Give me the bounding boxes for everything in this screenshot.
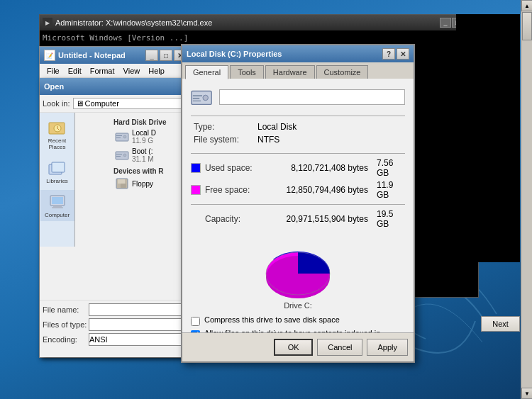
capacity-row: Capacity: 20,971,515,904 bytes 19.5 GB	[191, 209, 405, 229]
filename-input[interactable]	[89, 303, 188, 316]
properties-dialog: Local Disk (C:) Properties ? ✕ General T…	[181, 44, 415, 363]
right-scrollbar[interactable]: ▲ ▼	[521, 0, 532, 399]
free-space-bytes: 12,850,794,496 bytes	[259, 185, 372, 195]
filesystem-value: NTFS	[255, 133, 405, 146]
filename-label: File name:	[43, 305, 89, 314]
svg-rect-10	[116, 135, 122, 136]
notepad-minimize-btn[interactable]: _	[145, 50, 158, 61]
tab-customize[interactable]: Customize	[316, 65, 369, 79]
compress-label: Compress this drive to save disk space	[204, 315, 340, 324]
nav-computer-label: Computer	[45, 212, 70, 218]
used-space-row: Used space: 8,120,721,408 bytes 7.56 GB	[191, 158, 405, 178]
props-info-table: Type: Local Disk File system: NTFS	[191, 120, 405, 146]
pie-chart	[259, 235, 337, 298]
tab-hardware[interactable]: Hardware	[265, 65, 315, 79]
apply-button[interactable]: Apply	[367, 339, 408, 356]
tab-tools[interactable]: Tools	[230, 65, 264, 79]
next-button[interactable]: Next	[481, 316, 520, 332]
compress-checkbox[interactable]	[191, 317, 200, 326]
black-panel	[456, 14, 520, 262]
scroll-down-btn[interactable]: ▼	[521, 388, 532, 399]
open-dialog-footer: File name: Files of type: Encoding:	[40, 300, 191, 351]
props-tabs: General Tools Hardware Customize	[182, 62, 414, 79]
used-space-gb: 7.56 GB	[377, 158, 405, 178]
svg-rect-21	[193, 95, 202, 96]
floppy-icon	[115, 178, 129, 189]
filestype-label: Files of type:	[43, 320, 89, 329]
drive-icon-large	[191, 87, 214, 107]
local-disk-c-item[interactable]: Local D11.9 G	[113, 128, 188, 146]
pie-label: Drive C:	[284, 301, 312, 310]
nav-recent-places[interactable]: Recent Places	[40, 116, 74, 153]
scroll-up-btn[interactable]: ▲	[521, 0, 532, 11]
nav-computer[interactable]: Computer	[40, 190, 74, 221]
scroll-thumb[interactable]	[522, 12, 532, 40]
open-dialog-titlebar: Open	[40, 78, 191, 95]
drive-name-input[interactable]	[219, 89, 405, 105]
divider-1	[191, 116, 405, 116]
svg-rect-14	[116, 154, 122, 154]
svg-rect-15	[116, 156, 121, 157]
notepad-menu-help[interactable]: Help	[144, 64, 169, 77]
svg-point-20	[203, 95, 209, 101]
filename-row: File name:	[43, 303, 188, 316]
svg-rect-3	[52, 162, 65, 172]
props-help-btn[interactable]: ?	[382, 48, 395, 60]
props-titlebar: Local Disk (C:) Properties ? ✕	[182, 45, 414, 62]
libraries-icon	[47, 159, 68, 176]
used-space-label: Used space:	[205, 163, 255, 173]
free-color-indicator	[191, 185, 201, 195]
ok-button[interactable]: OK	[274, 339, 313, 356]
svg-rect-6	[53, 206, 62, 207]
notepad-menu-format[interactable]: Format	[86, 64, 119, 77]
svg-point-13	[123, 154, 126, 157]
svg-rect-23	[193, 101, 201, 101]
cmd-title: Administrator: X:\windows\system32\cmd.e…	[55, 18, 212, 27]
cmd-minimize-btn[interactable]: _	[440, 18, 451, 28]
svg-rect-11	[116, 137, 121, 138]
nav-libraries[interactable]: Libraries	[40, 156, 74, 187]
nav-libraries-label: Libraries	[46, 178, 68, 184]
boot-disk-item[interactable]: Boot (:31.1 M	[113, 146, 188, 164]
look-in-dropdown[interactable]: 🖥 Computer	[73, 98, 188, 109]
cmd-icon: ▶	[43, 18, 52, 28]
svg-rect-17	[118, 179, 125, 184]
capacity-bytes: 20,971,515,904 bytes	[259, 214, 372, 224]
hdd-icon-c	[115, 131, 129, 142]
free-space-gb: 11.9 GB	[377, 180, 405, 200]
type-label: Type:	[191, 120, 255, 133]
boot-disk-name: Boot (:	[132, 147, 154, 155]
divider-3	[191, 204, 405, 205]
notepad-menu-edit[interactable]: Edit	[64, 64, 86, 77]
capacity-gb: 19.5 GB	[377, 209, 405, 229]
filestype-input[interactable]	[89, 318, 188, 331]
props-close-btn[interactable]: ✕	[397, 48, 409, 60]
cancel-button[interactable]: Cancel	[317, 339, 362, 356]
svg-rect-12	[116, 152, 128, 159]
encoding-row: Encoding:	[43, 333, 188, 346]
floppy-item[interactable]: Floppy	[113, 176, 188, 191]
nav-recent-label: Recent Places	[43, 137, 72, 150]
drive-header	[191, 87, 405, 107]
svg-rect-7	[52, 207, 63, 208]
props-title: Local Disk (C:) Properties	[187, 50, 282, 58]
svg-rect-8	[116, 133, 128, 141]
props-controls[interactable]: ? ✕	[382, 48, 409, 60]
tab-general[interactable]: General	[185, 65, 228, 79]
notepad-maximize-btn[interactable]: □	[160, 50, 172, 61]
open-dialog-title-text: Open	[44, 82, 64, 91]
free-space-label: Free space:	[205, 185, 255, 195]
look-in-value: Computer	[85, 99, 119, 108]
encoding-input[interactable]	[89, 333, 188, 346]
props-footer: OK Cancel Apply	[182, 332, 414, 361]
notepad-window: 📝 Untitled - Notepad _ □ ✕ File Edit For…	[39, 46, 192, 358]
tab-content-general: Type: Local Disk File system: NTFS Used …	[182, 79, 414, 357]
notepad-menu-view[interactable]: View	[119, 64, 145, 77]
floppy-name: Floppy	[132, 180, 153, 188]
open-dialog: Open Look in: 🖥 Computer Recent Places	[40, 78, 191, 357]
open-dialog-body: Recent Places Libraries Computer Har	[40, 113, 191, 300]
notepad-menu-file[interactable]: File	[43, 64, 64, 77]
encoding-label: Encoding:	[43, 335, 89, 344]
notepad-menubar: File Edit Format View Help	[40, 64, 191, 78]
free-space-row: Free space: 12,850,794,496 bytes 11.9 GB	[191, 180, 405, 200]
